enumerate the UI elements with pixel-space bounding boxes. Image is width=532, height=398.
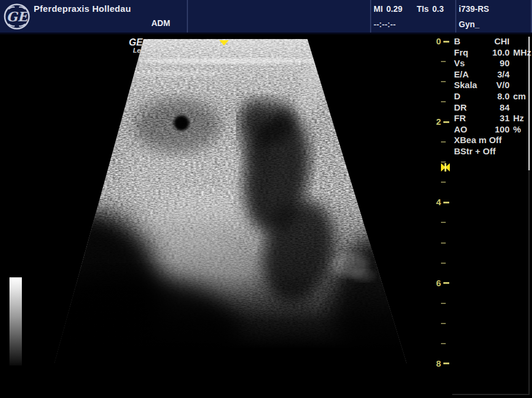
image-brand-label: GE	[129, 37, 143, 47]
operator-id: ADM	[151, 18, 170, 28]
param-row: Vs90	[454, 58, 532, 69]
parameter-panel: BCHIFrq10.0MHzVs90E/A3/4SkalaV/0D8.0cmDR…	[454, 36, 532, 157]
ultrasound-screen: GE Le GE Pferdepraxis Holledau ADM MI0.2…	[0, 0, 532, 398]
param-row: FR31Hz	[454, 113, 532, 124]
svg-text:GE: GE	[7, 9, 30, 24]
mi-readout: MI0.29	[374, 4, 403, 14]
clinic-name: Pferdepraxis Holledau	[34, 4, 131, 14]
exam-preset: Gyn_	[459, 20, 479, 29]
header-divider	[187, 0, 188, 33]
param-row: BStr + Off	[454, 146, 532, 157]
param-row: XBea m Off	[454, 135, 532, 146]
param-row: AO100%	[454, 124, 532, 135]
param-row: SkalaV/0	[454, 80, 532, 91]
focus-marker-icon[interactable]	[440, 161, 451, 173]
header-bar: GE Pferdepraxis Holledau ADM MI0.29 TIs0…	[0, 0, 532, 34]
probe-id: i739-RS	[459, 4, 489, 14]
tis-readout: TIs0.3	[417, 4, 444, 14]
header-divider	[370, 0, 371, 33]
panel-border	[452, 394, 530, 395]
header-divider	[455, 0, 456, 33]
param-row: DR84	[454, 102, 532, 114]
param-row: Frq10.0MHz	[454, 47, 532, 59]
time-readout: --:--:--	[374, 20, 395, 29]
image-orientation-label: Le	[133, 47, 141, 54]
panel-border	[528, 170, 530, 395]
ultrasound-image[interactable]: GE Le	[0, 0, 532, 398]
ge-logo-icon: GE	[3, 2, 31, 30]
param-row: D8.0cm	[454, 91, 532, 102]
depth-range-indicator	[528, 37, 530, 170]
param-row: E/A3/4	[454, 69, 532, 80]
grayscale-bar	[9, 277, 22, 365]
param-row: BCHI	[454, 36, 532, 47]
b-mode-fan	[0, 0, 532, 398]
